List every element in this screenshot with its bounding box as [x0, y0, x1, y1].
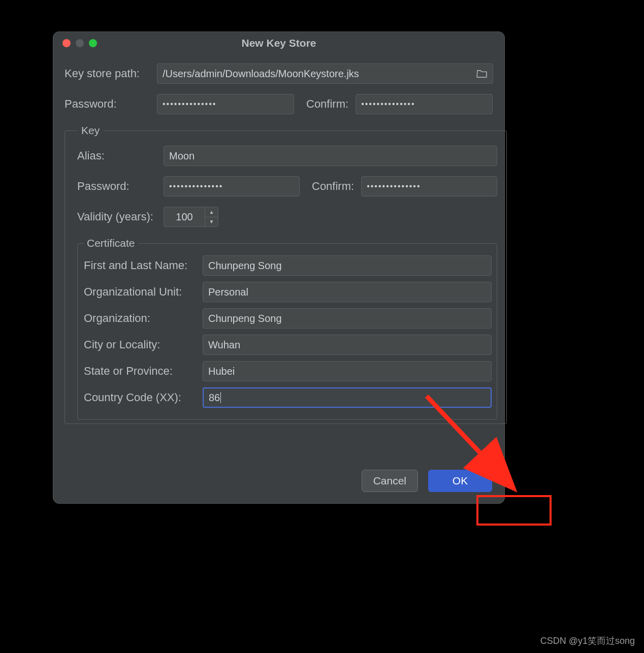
city-label: City or Locality:: [84, 338, 198, 351]
alias-row: Alias: Moon: [77, 146, 497, 166]
validity-label: Validity (years):: [77, 210, 156, 223]
first-last-label: First and Last Name:: [84, 259, 198, 272]
key-confirm-label: Confirm:: [312, 180, 354, 193]
dialog-title: New Key Store: [53, 37, 504, 49]
org-unit-input[interactable]: Personal: [203, 282, 492, 302]
cancel-button[interactable]: Cancel: [362, 470, 418, 492]
titlebar: New Key Store: [53, 32, 504, 54]
key-confirm-input[interactable]: ••••••••••••••: [361, 176, 497, 197]
dialog-body: Key store path: /Users/admin/Downloads/M…: [53, 54, 504, 424]
keystore-password-label: Password:: [65, 97, 150, 111]
org-unit-label: Organizational Unit:: [84, 285, 198, 299]
first-last-row: First and Last Name: Chunpeng Song: [84, 255, 492, 276]
close-window-button[interactable]: [62, 39, 71, 47]
spinner-up-icon[interactable]: ▲: [205, 207, 218, 217]
city-row: City or Locality: Wuhan: [84, 335, 492, 355]
alias-label: Alias:: [77, 149, 156, 162]
key-password-label: Password:: [77, 180, 156, 193]
dialog-buttons: Cancel OK: [362, 470, 492, 492]
key-password-row: Password: •••••••••••••• Confirm: ••••••…: [77, 176, 497, 197]
keystore-confirm-label: Confirm:: [306, 97, 348, 111]
key-password-input[interactable]: ••••••••••••••: [164, 176, 300, 197]
keystore-path-row: Key store path: /Users/admin/Downloads/M…: [65, 63, 493, 84]
zoom-window-button[interactable]: [89, 39, 97, 47]
country-row: Country Code (XX): 86: [84, 387, 492, 408]
org-input[interactable]: Chunpeng Song: [203, 308, 492, 329]
state-label: State or Province:: [84, 365, 198, 378]
spinner-down-icon[interactable]: ▼: [205, 217, 218, 227]
window-controls: [62, 39, 97, 47]
keystore-path-value: /Users/admin/Downloads/MoonKeystore.jks: [163, 68, 359, 80]
country-label: Country Code (XX):: [84, 391, 198, 404]
validity-row: Validity (years): 100 ▲ ▼: [77, 207, 497, 227]
country-input[interactable]: 86: [203, 387, 492, 408]
state-input[interactable]: Hubei: [203, 361, 492, 381]
validity-spinner[interactable]: 100 ▲ ▼: [164, 207, 218, 227]
key-legend: Key: [77, 124, 104, 137]
folder-icon[interactable]: [476, 69, 488, 78]
new-key-store-dialog: New Key Store Key store path: /Users/adm…: [53, 31, 505, 504]
state-row: State or Province: Hubei: [84, 361, 492, 381]
certificate-group: Certificate First and Last Name: Chunpen…: [77, 237, 497, 419]
org-row: Organization: Chunpeng Song: [84, 308, 492, 329]
keystore-password-row: Password: •••••••••••••• Confirm: ••••••…: [65, 94, 493, 114]
org-label: Organization:: [84, 312, 198, 325]
keystore-confirm-input[interactable]: ••••••••••••••: [356, 94, 493, 114]
keystore-path-label: Key store path:: [65, 67, 150, 80]
city-input[interactable]: Wuhan: [203, 335, 492, 355]
key-group: Key Alias: Moon Password: ••••••••••••••…: [65, 124, 507, 424]
org-unit-row: Organizational Unit: Personal: [84, 282, 492, 302]
ok-button[interactable]: OK: [428, 470, 492, 492]
watermark-text: CSDN @y1笑而过song: [540, 635, 635, 647]
certificate-legend: Certificate: [84, 237, 138, 249]
minimize-window-button[interactable]: [76, 39, 84, 47]
spinner-buttons: ▲ ▼: [205, 207, 218, 226]
first-last-input[interactable]: Chunpeng Song: [203, 255, 492, 276]
validity-value: 100: [164, 211, 205, 223]
alias-input[interactable]: Moon: [164, 146, 497, 166]
keystore-password-input[interactable]: ••••••••••••••: [157, 94, 294, 114]
keystore-path-input[interactable]: /Users/admin/Downloads/MoonKeystore.jks: [157, 63, 493, 84]
